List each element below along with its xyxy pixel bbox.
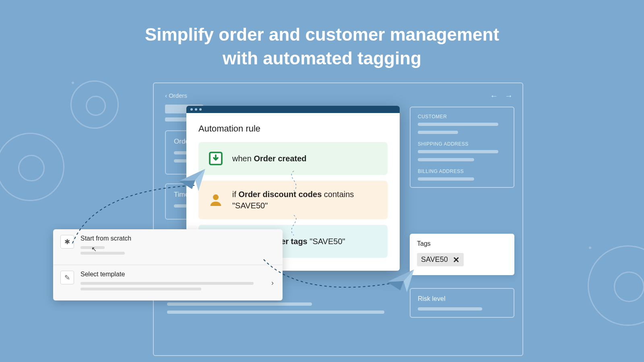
skeleton-block (165, 117, 187, 121)
tags-card: Tags SAVE50 ✕ (410, 234, 514, 275)
risk-card: Risk level (410, 288, 514, 318)
window-titlebar (186, 106, 400, 113)
hero-title: Simplify order and customer management w… (0, 23, 644, 70)
skeleton-line (167, 311, 384, 314)
window-dot (190, 108, 193, 111)
scratch-label: Start from scratch (80, 235, 275, 242)
rule-title: Automation rule (198, 123, 388, 134)
gear-decoration (588, 245, 644, 326)
when-event: Order created (254, 154, 306, 163)
download-box-icon (207, 150, 224, 167)
skeleton-line (418, 131, 458, 134)
nav-arrows[interactable]: ← → (490, 91, 513, 101)
rule-step-if[interactable]: if Order discount codes contains "SAVE50… (198, 181, 388, 219)
if-field: Order discount codes (239, 190, 322, 199)
magic-wand-icon: ✎ (60, 271, 74, 284)
skeleton-line (80, 282, 254, 285)
rule-when-text: when Order created (232, 153, 307, 164)
chevron-right-icon: › (271, 279, 274, 287)
gear-decoration (0, 133, 64, 201)
svg-marker-6 (179, 180, 195, 189)
skeleton-line (418, 150, 498, 153)
user-icon (207, 191, 224, 208)
skeleton-line (80, 288, 201, 290)
rule-if-text: if Order discount codes contains "SAVE50… (232, 189, 379, 211)
tag-chip[interactable]: SAVE50 ✕ (417, 253, 464, 266)
skeleton-line (80, 252, 125, 255)
when-prefix: when (232, 154, 254, 163)
skeleton-line (418, 123, 498, 126)
back-label: Orders (169, 92, 187, 99)
customer-label: Customer (418, 114, 506, 119)
skeleton-line (418, 307, 482, 311)
gear-decoration (70, 80, 119, 129)
sidebar-column: Customer SHIPPING ADDRESS BILLING ADDRES… (410, 107, 514, 195)
shipping-label: SHIPPING ADDRESS (418, 141, 506, 147)
gear-icon: ✱ (60, 235, 74, 249)
rule-step-when[interactable]: when Order created (198, 142, 388, 175)
risk-label: Risk level (418, 295, 506, 302)
template-chooser: ✱ Start from scratch ✎ Select template › (53, 229, 283, 300)
billing-label: BILLING ADDRESS (418, 169, 506, 174)
skeleton-line (418, 158, 474, 161)
close-icon[interactable]: ✕ (453, 256, 460, 264)
skeleton-line (167, 302, 312, 306)
customer-card: Customer SHIPPING ADDRESS BILLING ADDRES… (410, 107, 514, 188)
svg-marker-9 (387, 281, 403, 290)
window-dot (195, 108, 197, 111)
skeleton-line (418, 177, 474, 181)
hero-line-1: Simplify order and customer management (145, 25, 499, 44)
if-prefix: if (232, 190, 239, 199)
template-label: Select template (80, 271, 275, 278)
tag-value: SAVE50 (421, 255, 448, 264)
back-link[interactable]: ‹ Orders (165, 92, 511, 99)
hero-line-2: with automated tagging (223, 48, 421, 68)
select-template-row[interactable]: ✎ Select template › (53, 265, 283, 300)
svg-point-1 (213, 194, 219, 200)
tags-title: Tags (417, 240, 507, 247)
then-value: "SAVE50" (308, 237, 345, 246)
skeleton-line (80, 246, 105, 249)
start-from-scratch-row[interactable]: ✱ Start from scratch (53, 229, 283, 265)
bottom-skeleton (167, 302, 392, 319)
window-dot (199, 108, 202, 111)
